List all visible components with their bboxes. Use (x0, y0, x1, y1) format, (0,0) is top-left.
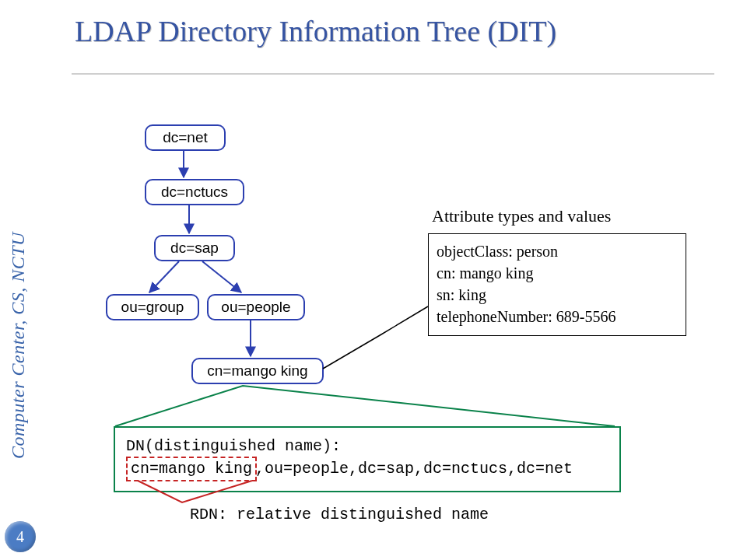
dn-line2: cn=mango king,ou=people,dc=sap,dc=nctucs… (126, 457, 608, 481)
callout-mango-to-dn (115, 386, 615, 426)
node-ou-people: ou=people (207, 294, 305, 320)
dn-rest: ,ou=people,dc=sap,dc=nctucs,dc=net (255, 460, 573, 478)
node-cn-mango: cn=mango king (191, 358, 324, 384)
node-dc-sap: dc=sap (154, 235, 235, 261)
attributes-box: objectClass: person cn: mango king sn: k… (428, 233, 686, 336)
node-ou-group: ou=group (106, 294, 199, 320)
node-dc-net: dc=net (145, 124, 226, 151)
rdn-label: RDN: relative distinguished name (190, 506, 489, 523)
edge-sap-people (202, 261, 241, 292)
attr-line-3: sn: king (437, 284, 678, 306)
attributes-title: Attribute types and values (432, 206, 611, 226)
dn-box: DN(distinguished name): cn=mango king,ou… (114, 426, 621, 492)
attr-line-2: cn: mango king (437, 262, 678, 284)
page-number-badge: 4 (5, 521, 36, 552)
edge-sap-group (149, 261, 179, 292)
sidebar: Computer Center, CS, NCTU 4 (0, 0, 42, 560)
attr-line-1: objectClass: person (437, 240, 678, 262)
slide-title: LDAP Directory Information Tree (DIT) (75, 14, 556, 48)
node-dc-nctucs: dc=nctucs (145, 179, 244, 205)
dn-rdn: cn=mango king (126, 457, 257, 481)
attr-line-4: telephoneNumber: 689-5566 (437, 306, 678, 327)
title-divider (72, 73, 714, 75)
sidebar-org-text: Computer Center, CS, NCTU (8, 86, 34, 459)
dn-line1: DN(distinguished name): (126, 436, 608, 457)
callout-mango-to-attributes (323, 306, 428, 369)
